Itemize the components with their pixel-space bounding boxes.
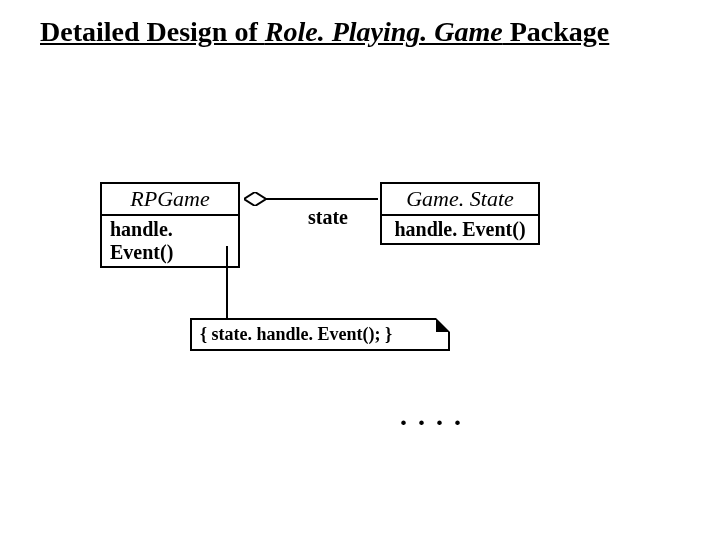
note-body: { state. handle. Event(); } — [200, 324, 392, 344]
aggregation-diamond-icon — [244, 192, 266, 206]
title-prefix: Detailed Design of — [40, 16, 265, 47]
gamestate-method: handle. Event() — [380, 215, 540, 245]
svg-marker-0 — [244, 192, 266, 206]
association-role-label: state — [308, 206, 348, 229]
title-suffix: Package — [503, 16, 610, 47]
slide-title: Detailed Design of Role. Playing. Game P… — [40, 16, 680, 48]
uml-note: { state. handle. Event(); } — [190, 318, 450, 351]
slide: Detailed Design of Role. Playing. Game P… — [0, 0, 720, 540]
gamestate-name: Game. State — [380, 182, 540, 215]
ellipsis: . . . . — [400, 400, 463, 432]
uml-class-gamestate: Game. State handle. Event() — [380, 182, 540, 245]
note-connector — [226, 246, 228, 318]
uml-class-rpgame: RPGame handle. Event() — [100, 182, 240, 268]
note-dogear-icon — [437, 320, 448, 331]
rpgame-method: handle. Event() — [100, 215, 240, 268]
title-italic: Role. Playing. Game — [265, 16, 503, 47]
rpgame-name: RPGame — [100, 182, 240, 215]
